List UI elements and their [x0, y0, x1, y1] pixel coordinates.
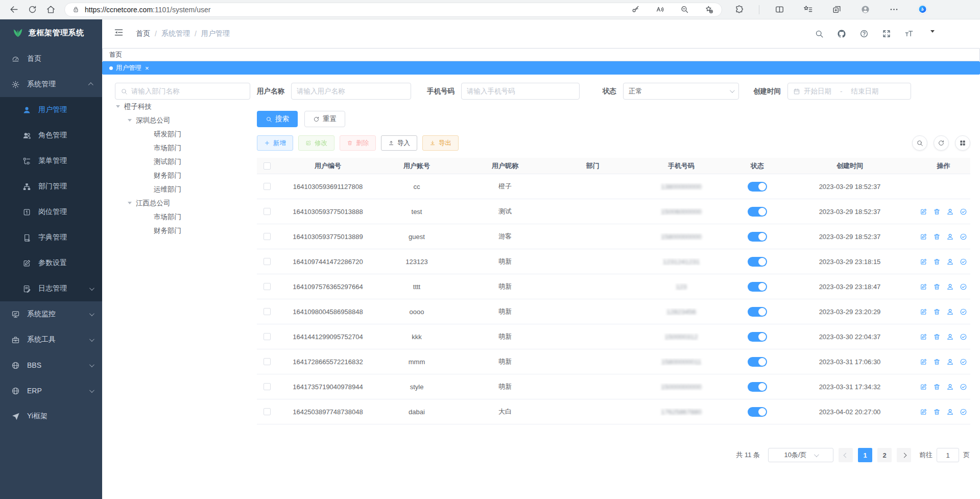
extensions-icon[interactable]	[730, 2, 748, 17]
favorites-icon[interactable]	[799, 2, 817, 17]
status-toggle[interactable]	[748, 307, 767, 317]
status-select[interactable]: 正常	[623, 83, 739, 100]
table-columns-button[interactable]	[955, 135, 970, 151]
assign-role-icon[interactable]	[960, 208, 967, 216]
zoom-out-icon[interactable]	[677, 3, 692, 16]
status-toggle[interactable]	[748, 407, 767, 417]
select-all-checkbox[interactable]	[264, 162, 271, 170]
reset-password-icon[interactable]	[946, 383, 954, 391]
lock-icon[interactable]	[72, 6, 80, 13]
collections-icon[interactable]	[828, 2, 845, 17]
address-bar[interactable]: https://ccnetcore.com:1101/system/user	[64, 3, 722, 17]
edit-icon[interactable]	[920, 383, 927, 391]
row-checkbox[interactable]	[264, 358, 271, 365]
copilot-icon[interactable]: b	[914, 2, 931, 17]
split-screen-icon[interactable]	[771, 2, 788, 17]
url-text[interactable]: https://ccnetcore.com:1101/system/user	[85, 6, 618, 14]
reset-password-icon[interactable]	[946, 408, 954, 416]
assign-role-icon[interactable]	[960, 408, 967, 416]
tree-item[interactable]: 橙子科技	[115, 100, 250, 113]
delete-icon[interactable]	[933, 408, 941, 416]
status-toggle[interactable]	[748, 232, 767, 242]
export-button[interactable]: 导出	[422, 135, 459, 151]
row-checkbox[interactable]	[264, 233, 271, 240]
edit-icon[interactable]	[920, 333, 927, 341]
add-favorite-icon[interactable]	[701, 3, 716, 16]
table-search-toggle-button[interactable]	[912, 135, 927, 151]
status-toggle[interactable]	[748, 182, 767, 192]
delete-icon[interactable]	[933, 233, 941, 241]
tree-expand-caret-icon[interactable]	[128, 202, 132, 204]
sidebar-menu-item[interactable]: 字典管理	[0, 225, 102, 250]
assign-role-icon[interactable]	[960, 333, 967, 341]
sidebar-fold-icon[interactable]	[113, 27, 127, 40]
sidebar-menu-item[interactable]: 日志管理	[0, 276, 102, 301]
status-toggle[interactable]	[748, 332, 767, 342]
delete-icon[interactable]	[933, 283, 941, 291]
sidebar-menu-item[interactable]: 系统监控	[0, 301, 102, 327]
tree-item[interactable]: 市场部门	[115, 210, 250, 224]
row-checkbox[interactable]	[264, 258, 271, 265]
assign-role-icon[interactable]	[960, 258, 967, 266]
reset-password-icon[interactable]	[946, 233, 954, 241]
tree-item[interactable]: 深圳总公司	[115, 113, 250, 127]
sidebar-menu-item[interactable]: 参数设置	[0, 250, 102, 276]
sidebar-menu-item[interactable]: 部门管理	[0, 174, 102, 199]
browser-back-button[interactable]	[5, 2, 22, 17]
assign-role-icon[interactable]	[960, 358, 967, 366]
tree-expand-caret-icon[interactable]	[128, 119, 132, 122]
tree-item[interactable]: 财务部门	[115, 169, 250, 182]
browser-home-button[interactable]	[42, 2, 59, 17]
edit-icon[interactable]	[920, 208, 927, 216]
tree-item[interactable]: 研发部门	[115, 127, 250, 141]
tree-item[interactable]: 测试部门	[115, 155, 250, 169]
username-input[interactable]: 请输入用户名称	[291, 83, 411, 100]
tree-item[interactable]: 市场部门	[115, 141, 250, 155]
reset-password-icon[interactable]	[946, 308, 954, 316]
status-toggle[interactable]	[748, 357, 767, 367]
tree-item[interactable]: 财务部门	[115, 224, 250, 237]
delete-button[interactable]: 删除	[340, 135, 376, 151]
edit-icon[interactable]	[920, 358, 927, 366]
delete-icon[interactable]	[933, 358, 941, 366]
assign-role-icon[interactable]	[960, 233, 967, 241]
delete-icon[interactable]	[933, 308, 941, 316]
tree-expand-caret-icon[interactable]	[116, 105, 120, 108]
tree-item[interactable]: 江西总公司	[115, 196, 250, 210]
reset-password-icon[interactable]	[946, 208, 954, 216]
next-page-button[interactable]	[897, 448, 911, 462]
reset-button[interactable]: 重置	[304, 111, 345, 127]
assign-role-icon[interactable]	[960, 308, 967, 316]
breadcrumb-system[interactable]: 系统管理	[161, 29, 190, 38]
tree-item[interactable]: 运维部门	[115, 182, 250, 196]
goto-page-input[interactable]	[937, 448, 959, 462]
edit-icon[interactable]	[920, 233, 927, 241]
fullscreen-icon[interactable]	[882, 29, 891, 38]
assign-role-icon[interactable]	[960, 283, 967, 291]
edit-button[interactable]: 修改	[298, 135, 334, 151]
status-toggle[interactable]	[748, 207, 767, 217]
browser-profile-icon[interactable]	[856, 2, 874, 17]
password-key-icon[interactable]	[628, 3, 643, 16]
page-size-select[interactable]: 10条/页	[768, 448, 833, 462]
edit-icon[interactable]	[920, 258, 927, 266]
edit-icon[interactable]	[920, 408, 927, 416]
delete-icon[interactable]	[933, 258, 941, 266]
status-toggle[interactable]	[748, 282, 767, 292]
row-checkbox[interactable]	[264, 408, 271, 415]
sidebar-menu-item[interactable]: ERP	[0, 378, 102, 403]
row-checkbox[interactable]	[264, 308, 271, 315]
reset-password-icon[interactable]	[946, 283, 954, 291]
prev-page-button[interactable]	[839, 448, 853, 462]
import-button[interactable]: 导入	[381, 135, 417, 151]
row-checkbox[interactable]	[264, 383, 271, 390]
page-tab[interactable]: 用户管理 ×	[102, 61, 980, 75]
breadcrumb-home[interactable]: 首页	[136, 29, 150, 38]
row-checkbox[interactable]	[264, 183, 271, 190]
tab-close-icon[interactable]: ×	[145, 65, 149, 72]
browser-refresh-button[interactable]	[23, 2, 41, 17]
sidebar-menu-item[interactable]: 系统管理	[0, 72, 102, 97]
read-aloud-icon[interactable]	[652, 3, 667, 16]
edit-icon[interactable]	[920, 308, 927, 316]
sidebar-menu-item[interactable]: 系统工具	[0, 327, 102, 352]
